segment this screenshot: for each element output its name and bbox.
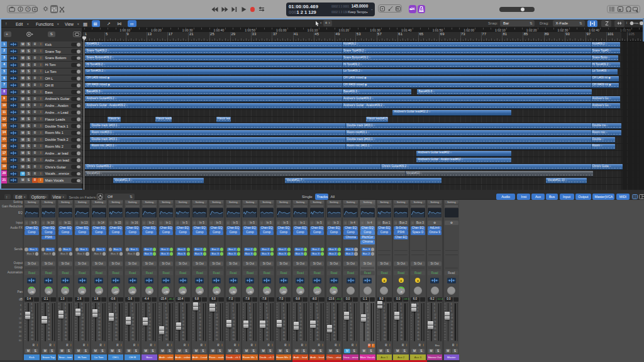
svg-text:?: ?	[27, 8, 30, 11]
